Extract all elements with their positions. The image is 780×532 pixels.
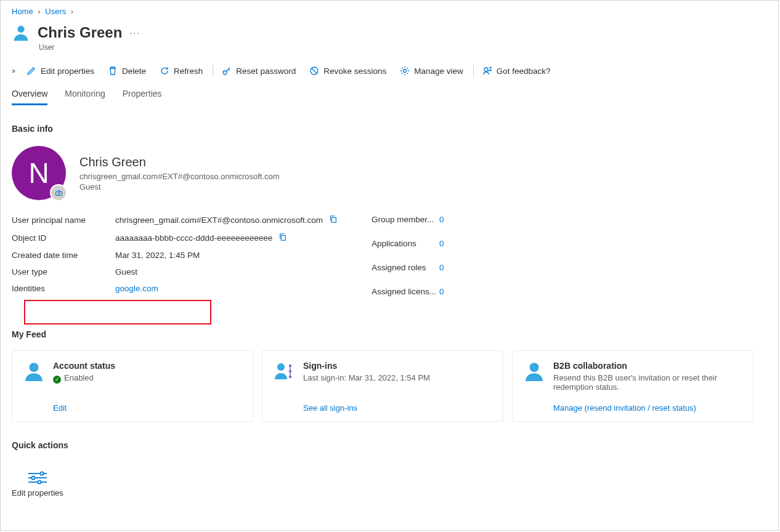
group-memberships-value[interactable]: 0 (439, 215, 444, 224)
identities-value[interactable]: google.com (115, 284, 158, 293)
user-type-value: Guest (115, 267, 137, 276)
svg-point-6 (57, 192, 59, 194)
upn-value: chrisgreen_gmail.com#EXT#@contoso.onmicr… (115, 216, 323, 225)
feedback-button[interactable]: Got feedback? (482, 66, 551, 76)
breadcrumb-users[interactable]: Users (45, 7, 66, 16)
created-label: Created date time (12, 251, 115, 260)
feedback-label: Got feedback? (497, 66, 551, 76)
created-value: Mar 31, 2022, 1:45 PM (115, 251, 200, 260)
tab-bar: Overview Monitoring Properties (12, 89, 778, 105)
reset-password-label: Reset password (236, 66, 296, 76)
applications-label: Applications (372, 239, 439, 248)
expand-sidebar-icon[interactable]: ›› (12, 66, 14, 75)
trash-icon (108, 66, 118, 76)
chevron-right-icon: › (38, 7, 40, 16)
svg-point-3 (404, 70, 407, 73)
b2b-collaboration-card: B2B collaboration Resend this B2B user's… (512, 350, 754, 422)
tab-properties[interactable]: Properties (123, 89, 162, 105)
page-subtitle: User (39, 43, 778, 52)
svg-point-0 (17, 26, 24, 33)
svg-point-19 (31, 476, 35, 479)
svg-point-17 (40, 472, 43, 475)
profile-upn: chrisgreen_gmail.com#EXT#@contoso.onmicr… (79, 172, 280, 181)
refresh-icon (160, 66, 169, 76)
assigned-roles-value[interactable]: 0 (439, 263, 444, 272)
sign-ins-title: Sign-ins (303, 361, 430, 371)
copy-object-id-button[interactable] (278, 233, 287, 243)
feedback-icon (482, 66, 492, 76)
profile-type: Guest (79, 182, 280, 191)
breadcrumb: Home › Users › (12, 7, 778, 16)
check-icon: ✓ (53, 376, 61, 384)
account-status-card: Account status ✓Enabled Edit (12, 350, 253, 422)
person-icon (524, 361, 545, 384)
my-feed-heading: My Feed (12, 329, 778, 339)
refresh-label: Refresh (174, 66, 203, 76)
object-id-label: Object ID (12, 233, 115, 243)
account-status-title: Account status (53, 361, 115, 371)
delete-label: Delete (122, 66, 146, 76)
assigned-roles-label: Assigned roles (372, 263, 439, 272)
sign-ins-card: Sign-ins Last sign-in: Mar 31, 2022, 1:5… (262, 350, 503, 422)
key-icon (222, 66, 232, 76)
manage-view-button[interactable]: Manage view (400, 66, 463, 76)
svg-rect-8 (282, 235, 286, 240)
revoke-sessions-label: Revoke sessions (323, 66, 386, 76)
see-all-sign-ins-link[interactable]: See all sign-ins (274, 397, 492, 413)
b2b-subtitle: Resend this B2B user's invitation or res… (553, 373, 742, 392)
avatar-initial: N (28, 156, 49, 190)
signins-icon (274, 361, 295, 384)
applications-value[interactable]: 0 (439, 239, 444, 248)
identities-label: Identities (12, 284, 115, 293)
edit-properties-label: Edit properties (41, 66, 94, 76)
svg-point-10 (277, 363, 285, 371)
camera-icon (55, 189, 63, 197)
copy-icon (329, 215, 338, 224)
svg-point-4 (484, 68, 488, 71)
chevron-right-icon: › (71, 7, 73, 16)
b2b-manage-link[interactable]: Manage (resend invitation / reset status… (524, 397, 742, 413)
delete-button[interactable]: Delete (108, 66, 146, 76)
block-icon (309, 66, 319, 76)
sign-ins-subtitle: Last sign-in: Mar 31, 2022, 1:54 PM (303, 373, 430, 382)
object-id-value: aaaaaaaa-bbbb-cccc-dddd-eeeeeeeeeeee (115, 233, 272, 243)
profile-name: Chris Green (79, 155, 280, 169)
sliders-icon (27, 471, 48, 485)
refresh-button[interactable]: Refresh (160, 66, 203, 76)
quick-actions-heading: Quick actions (12, 440, 778, 450)
copy-icon (278, 233, 287, 241)
copy-upn-button[interactable] (329, 215, 338, 225)
b2b-title: B2B collaboration (553, 361, 742, 371)
toolbar-divider (473, 65, 474, 76)
reset-password-button[interactable]: Reset password (222, 66, 296, 76)
svg-point-15 (530, 363, 539, 372)
account-status-text: Enabled (64, 373, 94, 382)
manage-view-label: Manage view (414, 66, 463, 76)
quick-action-edit-properties[interactable]: Edit properties (12, 471, 63, 498)
quick-action-label: Edit properties (12, 488, 63, 498)
person-icon (12, 23, 30, 42)
command-bar: ›› Edit properties Delete Refresh Reset … (12, 65, 778, 76)
gear-icon (400, 66, 410, 76)
edit-photo-button[interactable] (50, 184, 67, 201)
svg-point-9 (30, 363, 39, 372)
page-title: Chris Green (38, 24, 122, 41)
revoke-sessions-button[interactable]: Revoke sessions (309, 66, 386, 76)
svg-rect-5 (55, 191, 62, 196)
account-status-edit-link[interactable]: Edit (23, 397, 242, 413)
avatar: N (12, 146, 66, 200)
pencil-icon (26, 66, 36, 76)
toolbar-divider (213, 65, 213, 76)
assigned-licenses-label: Assigned licens... (372, 287, 439, 296)
assigned-licenses-value[interactable]: 0 (439, 287, 444, 296)
tab-overview[interactable]: Overview (12, 89, 47, 105)
edit-properties-button[interactable]: Edit properties (26, 66, 94, 76)
group-memberships-label: Group member... (372, 215, 439, 224)
user-type-label: User type (12, 267, 115, 276)
svg-rect-7 (331, 217, 336, 222)
tab-monitoring[interactable]: Monitoring (65, 89, 105, 105)
person-icon (23, 361, 44, 384)
breadcrumb-home[interactable]: Home (12, 7, 33, 16)
basic-info-heading: Basic info (12, 124, 778, 134)
more-button[interactable]: ··· (129, 28, 140, 38)
